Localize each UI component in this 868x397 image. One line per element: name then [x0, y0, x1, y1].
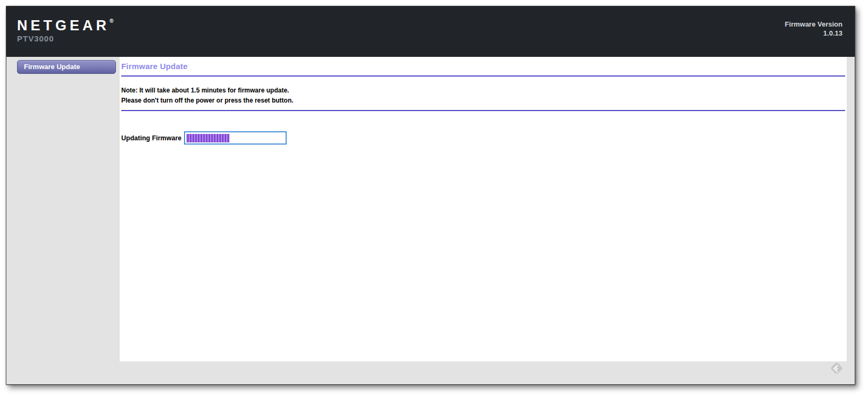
diamond-stripes-icon [830, 361, 844, 375]
firmware-version-value: 1.0.13 [785, 29, 842, 38]
netgear-logo: NETGEAR® [17, 13, 113, 33]
note-line-2: Please don't turn off the power or press… [121, 96, 845, 106]
model-label: PTV3000 [17, 34, 113, 43]
brand-block: NETGEAR® PTV3000 [6, 6, 113, 57]
firmware-update-progress-row: Updating Firmware [121, 131, 845, 145]
app-window: NETGEAR® PTV3000 Firmware Version 1.0.13… [6, 6, 855, 385]
sidebar-nav: Firmware Update [6, 57, 120, 361]
divider [121, 75, 845, 77]
firmware-version-block: Firmware Version 1.0.13 [785, 6, 855, 57]
page-title: Firmware Update [121, 62, 845, 71]
content-body: Firmware Update Firmware Update Note: It… [6, 57, 855, 361]
main-panel: Firmware Update Note: It will take about… [120, 57, 847, 361]
registered-trademark-symbol: ® [110, 18, 113, 24]
header-bar: NETGEAR® PTV3000 Firmware Version 1.0.13 [6, 6, 855, 57]
sidebar-item-firmware-update[interactable]: Firmware Update [17, 60, 116, 74]
note-line-1: Note: It will take about 1.5 minutes for… [121, 86, 845, 96]
note-text: Note: It will take about 1.5 minutes for… [121, 86, 845, 106]
updating-firmware-label: Updating Firmware [121, 134, 181, 142]
firmware-version-label: Firmware Version [785, 20, 842, 29]
netgear-logo-text: NETGEAR [17, 18, 110, 33]
footer-bar [6, 361, 855, 384]
divider [121, 110, 845, 111]
firmware-progress-bar [184, 131, 287, 145]
progress-ticks [187, 134, 230, 142]
